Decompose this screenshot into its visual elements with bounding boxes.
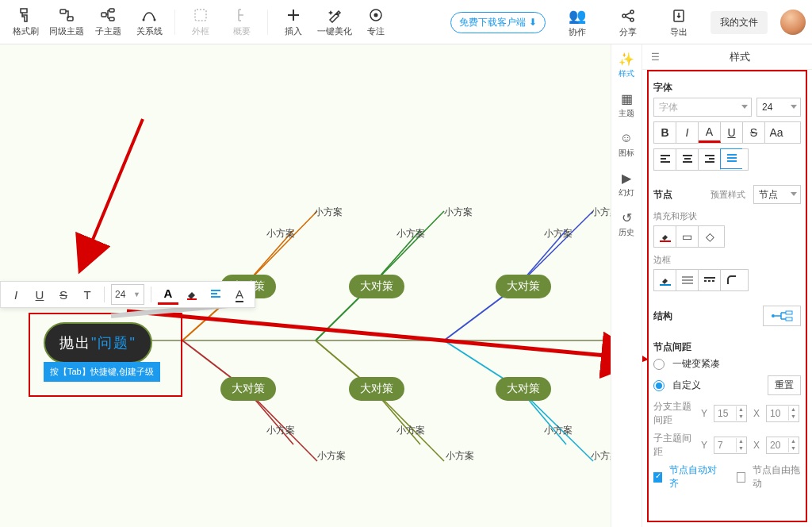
custom-radio[interactable] xyxy=(653,380,665,391)
leaf[interactable]: 小方案 xyxy=(544,424,573,437)
child-x-input[interactable]: 20▲▼ xyxy=(766,437,799,454)
tb-outer-frame: 外框 xyxy=(182,3,220,41)
svg-rect-2 xyxy=(102,13,106,17)
style-panel: ☰ 样式 字体 字体 24 B I A U S Aa 节点 预置样式 节点 填充 xyxy=(642,44,812,527)
node-section-title: 节点 xyxy=(653,188,672,202)
reset-button[interactable]: 重置 xyxy=(768,375,801,395)
smile-icon: ☺ xyxy=(619,130,634,146)
structure-select[interactable] xyxy=(763,306,801,326)
branch-x-input[interactable]: 10▲▼ xyxy=(766,405,799,422)
shape-rect-button[interactable]: ▭ xyxy=(676,226,699,247)
align-justify-button[interactable] xyxy=(720,148,742,169)
case-button[interactable]: Aa xyxy=(765,122,787,143)
grid-icon: ▦ xyxy=(619,90,634,106)
child-y-input[interactable]: 7▲▼ xyxy=(714,437,747,454)
rail-theme[interactable]: ▦主题 xyxy=(619,90,634,119)
spacing-section-title: 节点间距 xyxy=(653,340,801,354)
tb-share[interactable]: 分享 xyxy=(609,3,647,41)
leaf[interactable]: 小方案 xyxy=(317,449,346,463)
structure-section-title: 结构 xyxy=(653,310,672,323)
svg-rect-4 xyxy=(109,17,114,21)
tb-sibling-topic[interactable]: 同级主题 xyxy=(48,3,86,41)
chevron-down-icon: ▼ xyxy=(133,290,140,298)
my-files-button[interactable]: 我的文件 xyxy=(710,11,768,34)
leaf[interactable]: 小方案 xyxy=(314,206,343,219)
leaf[interactable]: 小方案 xyxy=(544,227,573,240)
strike-button[interactable]: S xyxy=(743,122,765,143)
font-color-button[interactable]: A xyxy=(699,122,721,143)
italic-button[interactable]: I xyxy=(676,122,699,143)
align-right-button[interactable] xyxy=(699,149,721,170)
fb-strike[interactable]: S xyxy=(53,284,74,305)
branch-bot-3[interactable]: 大对策 xyxy=(496,377,551,401)
branch-top-3[interactable]: 大对策 xyxy=(496,275,551,298)
free-drag-checkbox[interactable] xyxy=(737,472,745,483)
rail-style[interactable]: ✨样式 xyxy=(619,51,634,79)
branch-bot-1[interactable]: 大对策 xyxy=(220,377,276,401)
download-client-button[interactable]: 免费下载客户端⬇ xyxy=(450,12,546,33)
fb-font-color[interactable]: A xyxy=(158,284,178,305)
svg-point-17 xyxy=(772,314,775,317)
fb-fill-color[interactable] xyxy=(182,284,202,305)
svg-point-6 xyxy=(154,19,156,21)
align-center-button[interactable] xyxy=(676,149,699,170)
compact-radio[interactable] xyxy=(653,359,665,370)
fb-textsize[interactable]: T xyxy=(77,284,98,305)
align-left-button[interactable] xyxy=(654,149,676,170)
branch-top-2[interactable]: 大对策 xyxy=(349,275,404,298)
svg-rect-18 xyxy=(786,311,792,314)
underline-button[interactable]: U xyxy=(721,122,743,143)
border-width-button[interactable] xyxy=(676,270,699,290)
font-size-select[interactable]: 24 xyxy=(756,98,801,117)
root-node[interactable]: 抛出"问题" xyxy=(44,322,152,364)
leaf[interactable]: 小方案 xyxy=(396,227,425,240)
tb-child-topic[interactable]: 子主题 xyxy=(89,3,127,41)
preset-style-select[interactable]: 节点 xyxy=(753,185,801,204)
bold-button[interactable]: B xyxy=(654,122,676,143)
panel-title: 样式 xyxy=(668,50,812,64)
border-color-button[interactable] xyxy=(654,270,676,290)
fb-align[interactable] xyxy=(205,284,226,305)
leaf[interactable]: 小方案 xyxy=(446,449,474,463)
branch-y-input[interactable]: 15▲▼ xyxy=(714,405,747,422)
svg-rect-16 xyxy=(660,284,671,286)
fb-font-size-select[interactable]: 24▼ xyxy=(111,284,144,305)
avatar[interactable] xyxy=(780,10,806,35)
branch-bot-2[interactable]: 大对策 xyxy=(349,377,404,401)
rail-history[interactable]: ↺历史 xyxy=(619,210,634,238)
fb-clear-format[interactable]: A xyxy=(229,284,250,305)
font-family-select[interactable]: 字体 xyxy=(653,98,752,117)
auto-align-checkbox[interactable] xyxy=(653,472,662,483)
svg-rect-15 xyxy=(660,240,671,242)
border-corner-button[interactable] xyxy=(721,270,743,290)
download-icon: ⬇ xyxy=(529,17,537,28)
leaf[interactable]: 小方案 xyxy=(396,424,425,437)
fill-color-button[interactable] xyxy=(654,226,676,247)
fb-italic[interactable]: I xyxy=(6,284,26,305)
tb-beautify[interactable]: 一键美化 xyxy=(316,3,354,41)
tb-format-painter[interactable]: 格式刷 xyxy=(6,3,44,41)
leaf[interactable]: 小方案 xyxy=(266,227,295,240)
fb-underline[interactable]: U xyxy=(29,284,50,305)
right-rail: ✨样式 ▦主题 ☺图标 ▶幻灯 ↺历史 xyxy=(611,44,642,527)
panel-menu-icon[interactable]: ☰ xyxy=(642,52,668,63)
tb-export[interactable]: 导出 xyxy=(660,3,698,41)
leaf[interactable]: 小方案 xyxy=(444,206,473,219)
rail-icon[interactable]: ☺图标 xyxy=(619,130,634,159)
tb-relation-line[interactable]: 关系线 xyxy=(130,3,168,41)
tb-focus[interactable]: 专注 xyxy=(357,3,395,41)
svg-rect-7 xyxy=(195,10,206,21)
svg-point-10 xyxy=(622,14,626,17)
align-row xyxy=(653,148,749,171)
tb-insert[interactable]: 插入 xyxy=(274,3,312,41)
svg-point-11 xyxy=(630,10,634,13)
play-icon: ▶ xyxy=(619,170,634,186)
leaf[interactable]: 小方案 xyxy=(266,424,295,437)
border-dash-button[interactable] xyxy=(699,270,721,290)
svg-rect-19 xyxy=(786,317,792,321)
shape-diamond-button[interactable]: ◇ xyxy=(699,226,721,247)
tb-collab[interactable]: 👥协作 xyxy=(558,3,596,41)
rail-slideshow[interactable]: ▶幻灯 xyxy=(619,170,634,198)
floating-format-toolbar: I U S T 24▼ A A xyxy=(0,281,255,308)
history-icon: ↺ xyxy=(619,210,634,225)
